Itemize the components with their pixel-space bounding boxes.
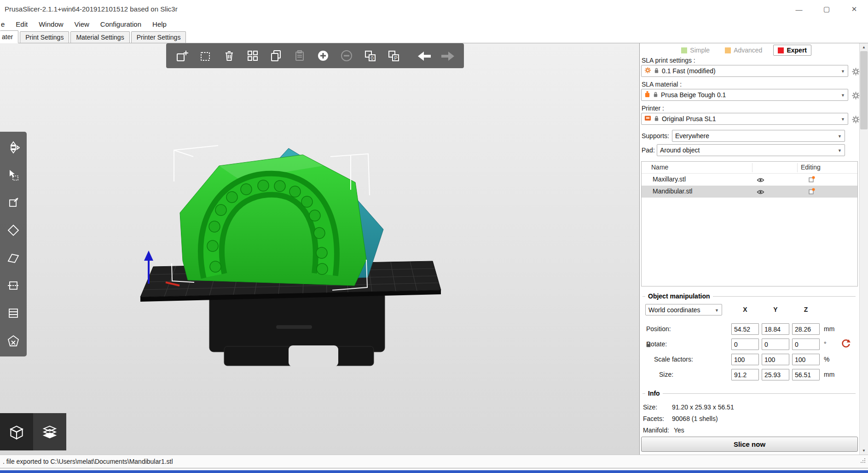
split-to-objects-button[interactable]: 0 (359, 45, 381, 66)
info-facets-value: 90068 (1 shells) (672, 414, 718, 423)
remove-instance-button[interactable] (336, 45, 357, 66)
rotate-tool-button[interactable] (2, 217, 24, 243)
copy-button[interactable] (266, 45, 287, 66)
arrange-button[interactable] (242, 45, 263, 66)
info-manifold-label: Manifold: (643, 426, 669, 435)
maximize-button[interactable]: ▢ (819, 3, 834, 16)
sla-print-settings-select[interactable]: 0.1 Fast (modified) ▼ (641, 65, 848, 77)
axis-z-label: Z (792, 304, 820, 315)
scale-lock-icon[interactable] (646, 341, 651, 349)
tab-material-settings[interactable]: Material Settings (70, 31, 129, 43)
tab-printer-settings[interactable]: Printer Settings (131, 31, 186, 43)
move-tool-button[interactable] (2, 134, 24, 160)
object-row-mandibular[interactable]: Mandibular.stl (642, 186, 857, 198)
info-facets-label: Facets: (643, 414, 664, 423)
scale-x-input[interactable] (731, 354, 759, 365)
close-button[interactable]: ✕ (847, 3, 862, 16)
model-mandibular[interactable] (180, 155, 366, 286)
chevron-down-icon: ▼ (838, 134, 842, 139)
mode-advanced-button[interactable]: Advanced (721, 45, 766, 56)
editing-icon[interactable] (808, 188, 815, 196)
simple-square-icon (681, 47, 687, 53)
eye-icon[interactable] (757, 177, 764, 184)
sla-material-label: SLA material : (642, 81, 682, 88)
preset-gear-icon (644, 67, 651, 75)
scale-y-input[interactable] (762, 354, 789, 365)
eye-icon[interactable] (757, 189, 764, 196)
redo-button[interactable] (437, 45, 458, 66)
size-z-input[interactable] (792, 369, 820, 380)
scroll-up-arrow[interactable]: ▲ (860, 43, 868, 51)
delete-all-button[interactable] (219, 45, 240, 66)
split-to-parts-button[interactable]: P (383, 45, 404, 66)
scroll-down-arrow[interactable]: ▼ (860, 447, 868, 455)
top-toolbar: 0 P (166, 43, 464, 68)
position-x-input[interactable] (731, 323, 759, 335)
menu-configuration[interactable]: Configuration (95, 18, 147, 30)
rotate-z-input[interactable] (792, 339, 820, 350)
printer-icon (644, 115, 651, 123)
add-object-button[interactable] (172, 45, 193, 66)
coordinates-mode-select[interactable]: World coordinates ▼ (645, 304, 722, 315)
status-message: . file exported to C:\Users\melat\Docume… (3, 458, 173, 465)
tab-plater[interactable]: ater (0, 30, 18, 43)
rotate-unit: ° (824, 339, 827, 350)
column-editing: Editing (801, 164, 821, 171)
slice-now-button[interactable]: Slice now (641, 437, 858, 452)
info-title: Info (642, 390, 856, 397)
size-label: Size: (659, 369, 673, 380)
chevron-down-icon: ▼ (841, 117, 845, 122)
scale-tool-button[interactable] (2, 190, 24, 216)
resize-grip[interactable] (860, 457, 866, 466)
menu-help[interactable]: Help (147, 18, 172, 30)
3d-editor-view-button[interactable] (0, 413, 33, 450)
3d-viewport[interactable]: PRUSA (0, 43, 639, 455)
object-list-header: Name Editing (642, 162, 857, 174)
size-y-input[interactable] (762, 369, 789, 380)
menu-edit[interactable]: Edit (10, 18, 33, 30)
layers-preview-button[interactable] (33, 413, 66, 450)
position-unit: mm (824, 323, 834, 335)
editing-icon[interactable] (808, 176, 815, 184)
printer-select[interactable]: Original Prusa SL1 ▼ (641, 113, 848, 125)
scale-z-input[interactable] (792, 354, 820, 365)
rotate-x-input[interactable] (731, 339, 759, 350)
place-on-face-tool-button[interactable] (2, 245, 24, 271)
position-y-input[interactable] (762, 323, 789, 335)
cut-tool-button[interactable] (2, 273, 24, 298)
paste-button[interactable] (289, 45, 310, 66)
sidebar: Simple Advanced Expert SLA print setting… (639, 43, 859, 455)
position-z-input[interactable] (792, 323, 820, 335)
tabbar: ater Print Settings Material Settings Pr… (0, 30, 868, 43)
scrollbar-thumb[interactable] (860, 51, 868, 129)
pad-select[interactable]: Around object ▼ (657, 144, 845, 156)
sla-supports-tool-button[interactable] (2, 300, 24, 326)
vertical-scrollbar[interactable]: ▲ ▼ (859, 43, 868, 455)
svg-text:P: P (394, 55, 398, 61)
object-row-maxillary[interactable]: Maxillary.stl (642, 174, 857, 186)
remove-object-button[interactable] (195, 45, 216, 66)
rotate-y-input[interactable] (762, 339, 789, 350)
window-title: PrusaSlicer-2.1.1+win64-201912101512 bas… (5, 0, 178, 18)
supports-select[interactable]: Everywhere ▼ (672, 130, 845, 142)
minimize-button[interactable]: — (792, 3, 806, 16)
reset-rotation-button[interactable] (840, 339, 851, 350)
axis-x-label: X (731, 304, 759, 315)
sla-material-select[interactable]: Prusa Beige Tough 0.1 ▼ (641, 89, 848, 101)
menu-view[interactable]: View (69, 18, 95, 30)
scale-unit: % (824, 354, 829, 365)
menu-file[interactable]: e (0, 18, 10, 30)
lock-icon (654, 115, 659, 123)
add-instance-button[interactable] (312, 45, 334, 66)
undo-button[interactable] (414, 45, 435, 66)
mode-expert-button[interactable]: Expert (773, 45, 811, 56)
select-tool-button[interactable] (2, 162, 24, 188)
titlebar: PrusaSlicer-2.1.1+win64-201912101512 bas… (0, 0, 868, 18)
menubar: e Edit Window View Configuration Help (0, 18, 868, 30)
tab-print-settings[interactable]: Print Settings (20, 31, 69, 43)
size-x-input[interactable] (731, 369, 759, 380)
mode-simple-button[interactable]: Simple (677, 45, 714, 56)
hollow-tool-button[interactable] (2, 328, 24, 354)
menu-window[interactable]: Window (33, 18, 69, 30)
taskbar-edge (0, 470, 868, 473)
